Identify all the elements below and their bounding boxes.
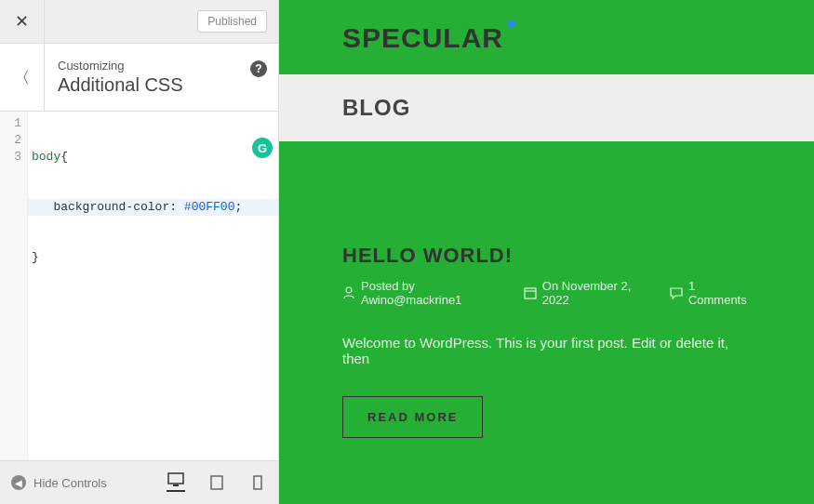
svg-rect-3	[254, 476, 261, 489]
post-excerpt: Welcome to WordPress. This is your first…	[342, 335, 751, 366]
post-comments-link[interactable]: 1 Comments	[670, 279, 751, 307]
desktop-preview-button[interactable]	[167, 473, 185, 492]
mobile-preview-button[interactable]	[248, 473, 267, 492]
section-header: 〈 Customizing Additional CSS ?	[0, 44, 278, 112]
svg-rect-1	[173, 484, 179, 486]
post: HELLO WORLD! Posted by Awino@mackrine1 O…	[279, 141, 814, 438]
help-icon[interactable]: ?	[250, 60, 267, 77]
post-title[interactable]: HELLO WORLD!	[342, 244, 751, 268]
close-customizer-button[interactable]: ✕	[0, 0, 45, 43]
site-preview[interactable]: SPECULAR BLOG HELLO WORLD! Posted by Awi…	[279, 0, 814, 504]
svg-rect-0	[168, 473, 183, 484]
customizer-top-bar: ✕ Published	[0, 0, 278, 44]
mobile-icon	[253, 475, 262, 490]
logo-text: SPECULAR	[342, 22, 503, 53]
grammarly-icon[interactable]: G	[252, 138, 273, 158]
calendar-icon	[524, 286, 537, 300]
section-label: Customizing	[58, 59, 265, 73]
svg-rect-5	[525, 288, 536, 298]
nav-bar: BLOG	[279, 74, 814, 141]
hide-controls-label: Hide Controls	[33, 476, 107, 490]
line-number: 1	[0, 115, 27, 132]
tablet-preview-button[interactable]	[207, 473, 226, 492]
site-header: SPECULAR	[279, 0, 814, 74]
preview-frame: SPECULAR BLOG HELLO WORLD! Posted by Awi…	[279, 0, 814, 504]
logo-badge-icon	[507, 20, 514, 28]
device-preview-toggle	[167, 473, 278, 492]
svg-point-4	[346, 287, 352, 293]
code-line: body{	[28, 149, 278, 166]
collapse-icon: ◀	[11, 475, 26, 490]
customizer-footer: ◀ Hide Controls	[0, 460, 278, 504]
close-icon: ✕	[15, 11, 29, 32]
section-title-wrap: Customizing Additional CSS ?	[45, 49, 278, 105]
code-content[interactable]: body{ background-color: #00FF00; }	[28, 112, 278, 460]
user-icon	[342, 286, 355, 300]
line-number: 2	[0, 132, 27, 149]
back-button[interactable]: 〈	[0, 44, 45, 111]
publish-status-button[interactable]: Published	[197, 10, 267, 33]
code-line: }	[28, 249, 278, 266]
hide-controls-button[interactable]: ◀ Hide Controls	[0, 475, 167, 490]
site-logo[interactable]: SPECULAR	[342, 22, 503, 54]
tablet-icon	[210, 475, 223, 490]
css-editor[interactable]: 1 2 3 body{ background-color: #00FF00; }…	[0, 112, 278, 460]
post-author[interactable]: Posted by Awino@mackrine1	[342, 279, 505, 307]
line-number: 3	[0, 149, 27, 166]
top-actions: Published	[45, 0, 278, 43]
chevron-left-icon: 〈	[14, 67, 30, 88]
post-meta: Posted by Awino@mackrine1 On November 2,…	[342, 279, 751, 307]
svg-rect-2	[211, 476, 222, 489]
code-line: background-color: #00FF00;	[28, 199, 278, 216]
read-more-button[interactable]: READ MORE	[342, 396, 483, 438]
customizer-sidebar: ✕ Published 〈 Customizing Additional CSS…	[0, 0, 279, 504]
desktop-icon	[167, 472, 184, 487]
line-gutter: 1 2 3	[0, 112, 28, 460]
section-title: Additional CSS	[58, 74, 265, 96]
nav-link-blog[interactable]: BLOG	[342, 95, 410, 120]
post-date: On November 2, 2022	[524, 279, 651, 307]
comment-icon	[670, 286, 683, 300]
